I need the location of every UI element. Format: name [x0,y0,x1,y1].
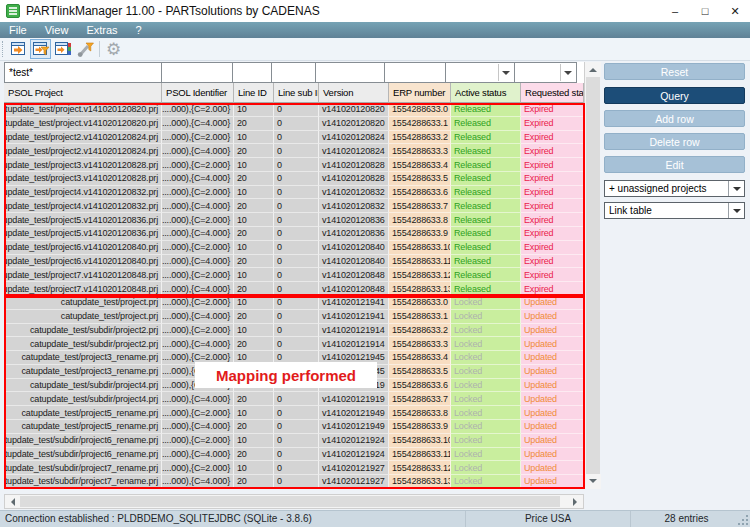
close-button[interactable]: ✕ [720,0,750,22]
vertical-scroll-thumb[interactable] [586,77,600,474]
table-row[interactable]: catupdate_test/subdir/project7_rename.pr… [4,475,600,489]
table-row[interactable]: catupdate_test/project.v141020120820.prj… [4,103,600,117]
table-row[interactable]: catupdate_test/project.prj....000),{C=2.… [4,296,600,310]
chevron-down-icon[interactable] [728,203,744,218]
menu-help[interactable]: ? [127,22,151,38]
cell: Released [451,103,521,117]
link-table-dropdown[interactable]: Link table [604,202,745,219]
table-row[interactable]: catupdate_test/subdir/project2.prj....00… [4,324,600,338]
table-row[interactable]: catupdate_test/project7.v141020120848.pr… [4,268,600,282]
scroll-left-icon[interactable] [5,495,20,508]
table-row[interactable]: catupdate_test/subdir/project7_rename.pr… [4,461,600,475]
cell: ....000),{C=4.000} [162,475,234,489]
cell: 1554288633.11 [389,255,451,269]
chevron-down-icon[interactable] [498,64,513,81]
reset-button[interactable]: Reset [604,63,745,80]
table-row[interactable]: catupdate_test/project4.v141020120832.pr… [4,186,600,200]
cell: catupdate_test/project3.v141020120828.pr… [4,158,162,172]
horizontal-scrollbar[interactable] [4,494,584,509]
scroll-down-icon[interactable] [585,474,601,489]
toolbar-separator [99,41,100,57]
edit-button[interactable]: Edit [604,156,745,173]
horizontal-scroll-thumb[interactable] [20,496,560,507]
menu-file[interactable]: File [0,22,36,38]
filter-erp-number[interactable] [384,62,446,83]
cell: v141020121924 [319,448,389,462]
filter-psol-identifier[interactable] [161,62,233,83]
table-row[interactable]: catupdate_test/subdir/project2.prj....00… [4,337,600,351]
table-row[interactable]: catupdate_test/project4.v141020120832.pr… [4,199,600,213]
cell: catupdate_test/project5.v141020120836.pr… [4,227,162,241]
chevron-down-icon[interactable] [728,181,744,196]
chevron-down-icon[interactable] [560,64,575,81]
cell: v141020120840 [319,241,389,255]
delete-row-button[interactable]: Delete row [604,133,745,150]
cell: 0 [274,448,319,462]
filter-line-sub-id[interactable] [271,62,316,83]
menu-extras[interactable]: Extras [77,22,126,38]
cell: catupdate_test/subdir/project4.prj [4,392,162,406]
table-row[interactable]: catupdate_test/project3.v141020120828.pr… [4,172,600,186]
column-header[interactable]: PSOL Project [4,83,162,103]
cell: Released [451,186,521,200]
table-row[interactable]: catupdate_test/project6.v141020120840.pr… [4,255,600,269]
scroll-right-icon[interactable] [568,495,583,508]
table-row[interactable]: catupdate_test/project3.v141020120828.pr… [4,158,600,172]
settings-gear-icon[interactable]: ⚙ [103,39,124,59]
cell: v141020121914 [319,324,389,338]
cell: 20 [234,255,274,269]
table-row[interactable]: catupdate_test/subdir/project6_rename.pr… [4,448,600,462]
cell: Expired [521,144,584,158]
filter-line-id[interactable] [232,62,272,83]
minimize-button[interactable]: – [660,0,690,22]
table-row[interactable]: catupdate_test/project5_rename.prj....00… [4,420,600,434]
table-row[interactable]: catupdate_test/project5.v141020120836.pr… [4,213,600,227]
cell: 1554288633.4 [389,158,451,172]
screw-filter-icon[interactable] [74,39,95,59]
cell: ....000),{C=4.000} [162,282,234,296]
menu-view[interactable]: View [36,22,78,38]
maximize-button[interactable]: □ [690,0,720,22]
cell: 1554288633.1 [389,310,451,324]
scroll-up-icon[interactable] [585,62,601,77]
filter-version[interactable] [315,62,385,83]
table-row[interactable]: catupdate_test/project6.v141020120840.pr… [4,241,600,255]
cell: 10 [234,268,274,282]
column-header[interactable]: Requested status [521,83,584,103]
column-header[interactable]: Line sub ID [274,83,319,103]
table-row[interactable]: catupdate_test/project.v141020120820.prj… [4,117,600,131]
column-header[interactable]: Active status [451,83,521,103]
column-header[interactable]: Version [319,83,389,103]
vertical-scrollbar[interactable] [584,62,600,489]
column-header[interactable]: ERP number [389,83,451,103]
link-table-glyph [10,40,28,58]
cell: 0 [274,186,319,200]
table-row[interactable]: catupdate_test/project5_rename.prj....00… [4,406,600,420]
table-row[interactable]: catupdate_test/project2.v141020120824.pr… [4,131,600,145]
cell: Expired [521,131,584,145]
filter-requested-status[interactable] [514,62,577,83]
table-row[interactable]: catupdate_test/project5.v141020120836.pr… [4,227,600,241]
filter-psol-project[interactable]: *test* [4,62,162,83]
table-row[interactable]: catupdate_test/subdir/project4.prj....00… [4,392,600,406]
cell: ....000),{C=2.000} [162,103,234,117]
table-row[interactable]: catupdate_test/project.prj....000),{C=4.… [4,310,600,324]
column-header[interactable]: PSOL Identifier [162,83,234,103]
table-row[interactable]: catupdate_test/project2.v141020120824.pr… [4,144,600,158]
table-row[interactable]: catupdate_test/project7.v141020120848.pr… [4,282,600,296]
cell: 20 [234,392,274,406]
filter-active-status[interactable] [445,62,515,83]
table-row[interactable]: catupdate_test/subdir/project6_rename.pr… [4,434,600,448]
add-row-button[interactable]: Add row [604,110,745,127]
link-table-filter-icon[interactable] [30,39,51,59]
unassigned-projects-dropdown[interactable]: + unassigned projects [604,180,745,197]
cell: 1554288633.5 [389,172,451,186]
query-button[interactable]: Query [604,87,745,104]
link-table-icon[interactable] [8,39,29,59]
resize-grip[interactable] [737,514,748,525]
link-table-columns-icon[interactable] [52,39,73,59]
cell: catupdate_test/subdir/project6_rename.pr… [4,448,162,462]
cell: Updated [521,351,584,365]
cell: 0 [274,434,319,448]
column-header[interactable]: Line ID [234,83,274,103]
